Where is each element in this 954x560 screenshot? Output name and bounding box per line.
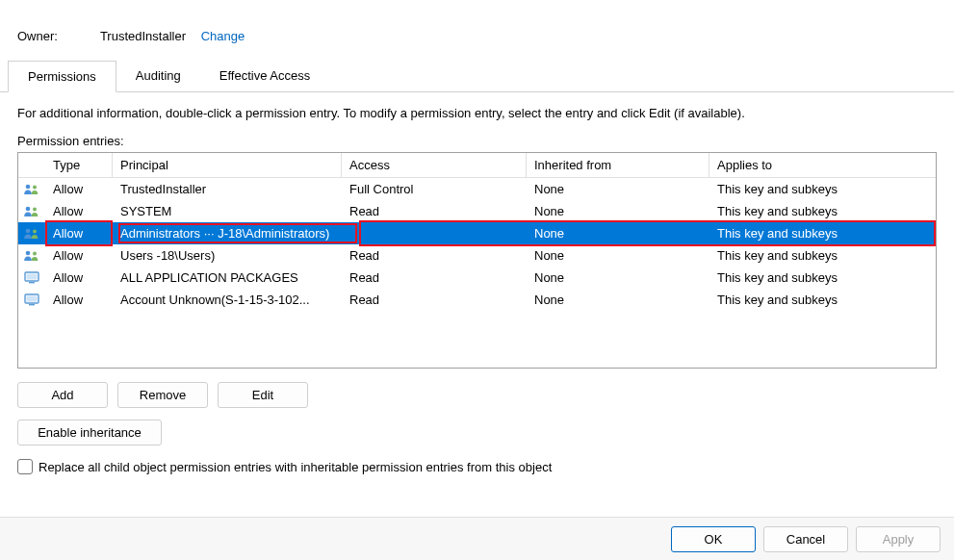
cell-applies: This key and subkeys xyxy=(709,223,936,243)
svg-point-4 xyxy=(26,228,31,233)
row-icon-cell xyxy=(18,227,45,241)
cell-inherited: None xyxy=(527,179,709,199)
cell-access: Read xyxy=(342,201,527,221)
cell-access: Read xyxy=(342,267,527,288)
cell-principal: Administrators ··· J-18\Administrators) xyxy=(113,223,342,243)
svg-point-5 xyxy=(33,229,37,233)
cell-principal: TrustedInstaller xyxy=(113,179,342,199)
ok-button[interactable]: OK xyxy=(671,526,756,552)
cancel-button[interactable]: Cancel xyxy=(763,526,848,552)
cell-type: Allow xyxy=(45,290,113,310)
owner-row: Owner: TrustedInstaller Change xyxy=(0,0,954,61)
col-inherited[interactable]: Inherited from xyxy=(527,153,709,177)
col-access[interactable]: Access xyxy=(342,153,527,177)
tab-content: For additional information, double-click… xyxy=(0,92,954,488)
instruction-text: For additional information, double-click… xyxy=(17,106,937,120)
edit-button[interactable]: Edit xyxy=(218,382,308,408)
svg-rect-12 xyxy=(27,295,38,301)
people-icon xyxy=(23,227,40,241)
monitor-icon xyxy=(24,271,39,285)
svg-point-0 xyxy=(26,184,31,189)
cell-applies: This key and subkeys xyxy=(709,290,936,310)
row-icon-cell xyxy=(18,183,45,196)
apply-button[interactable]: Apply xyxy=(856,526,941,552)
cell-applies: This key and subkeys xyxy=(709,267,936,288)
svg-point-6 xyxy=(26,250,31,255)
cell-type: Allow xyxy=(45,179,113,199)
cell-inherited: None xyxy=(527,223,709,243)
action-buttons-row: Add Remove Edit xyxy=(17,382,937,408)
tab-permissions[interactable]: Permissions xyxy=(8,61,116,92)
table-row[interactable]: AllowUsers -18\Users)ReadNoneThis key an… xyxy=(18,244,936,267)
tab-effective-access[interactable]: Effective Access xyxy=(200,61,329,91)
cell-type: Allow xyxy=(45,267,113,288)
col-applies[interactable]: Applies to xyxy=(709,153,936,177)
svg-point-1 xyxy=(33,185,37,189)
cell-inherited: None xyxy=(527,267,709,288)
cell-type: Allow xyxy=(45,223,113,243)
svg-rect-10 xyxy=(29,282,35,283)
cell-type: Allow xyxy=(45,201,113,221)
entries-label: Permission entries: xyxy=(17,134,937,148)
cell-principal: Account Unknown(S-1-15-3-102... xyxy=(113,290,342,310)
bottom-button-bar: OK Cancel Apply xyxy=(0,517,954,560)
table-header: Type Principal Access Inherited from App… xyxy=(18,153,936,178)
cell-applies: This key and subkeys xyxy=(709,245,936,266)
replace-checkbox[interactable] xyxy=(17,459,33,474)
table-row[interactable]: AllowALL APPLICATION PACKAGESReadNoneThi… xyxy=(18,267,936,289)
svg-point-7 xyxy=(33,251,37,255)
cell-access: Full Control xyxy=(342,179,527,199)
row-icon-cell xyxy=(18,205,45,218)
row-icon-cell xyxy=(18,249,45,263)
tab-auditing[interactable]: Auditing xyxy=(116,61,200,91)
col-principal[interactable]: Principal xyxy=(113,153,342,177)
cell-principal: SYSTEM xyxy=(113,201,342,221)
replace-checkbox-row: Replace all child object permission entr… xyxy=(17,459,937,474)
svg-point-3 xyxy=(33,207,37,211)
owner-value-group: TrustedInstaller Change xyxy=(100,29,245,43)
row-icon-cell xyxy=(18,293,45,307)
cell-access: Read xyxy=(342,245,527,266)
enable-inheritance-button[interactable]: Enable inheritance xyxy=(17,420,162,445)
permissions-table: Type Principal Access Inherited from App… xyxy=(17,152,937,369)
change-owner-link[interactable]: Change xyxy=(201,29,245,43)
svg-rect-13 xyxy=(29,304,35,305)
cell-applies: This key and subkeys xyxy=(709,179,936,199)
cell-applies: This key and subkeys xyxy=(709,201,936,221)
cell-access: Read xyxy=(342,290,527,310)
cell-type: Allow xyxy=(45,245,113,266)
remove-button[interactable]: Remove xyxy=(117,382,208,408)
table-body: AllowTrustedInstallerFull ControlNoneThi… xyxy=(18,178,936,311)
cell-access xyxy=(342,231,527,237)
svg-point-2 xyxy=(26,206,31,211)
owner-value: TrustedInstaller xyxy=(100,29,186,43)
table-row[interactable]: AllowAccount Unknown(S-1-15-3-102...Read… xyxy=(18,289,936,311)
cell-inherited: None xyxy=(527,245,709,266)
svg-rect-9 xyxy=(27,273,38,279)
cell-inherited: None xyxy=(527,201,709,221)
owner-label: Owner: xyxy=(17,29,58,43)
col-type[interactable]: Type xyxy=(45,153,113,177)
table-row[interactable]: AllowSYSTEMReadNoneThis key and subkeys xyxy=(18,200,936,222)
people-icon xyxy=(23,249,40,263)
cell-principal: ALL APPLICATION PACKAGES xyxy=(113,267,342,288)
table-row[interactable]: AllowTrustedInstallerFull ControlNoneThi… xyxy=(18,178,936,200)
table-row[interactable]: AllowAdministrators ··· J-18\Administrat… xyxy=(18,222,936,244)
people-icon xyxy=(23,205,40,218)
tabs: Permissions Auditing Effective Access xyxy=(0,61,954,92)
add-button[interactable]: Add xyxy=(17,382,108,408)
cell-inherited: None xyxy=(527,290,709,310)
row-icon-cell xyxy=(18,271,45,285)
monitor-icon xyxy=(24,293,39,307)
col-icon[interactable] xyxy=(18,153,45,177)
people-icon xyxy=(23,183,40,196)
replace-checkbox-label: Replace all child object permission entr… xyxy=(39,460,552,474)
cell-principal: Users -18\Users) xyxy=(113,245,342,266)
